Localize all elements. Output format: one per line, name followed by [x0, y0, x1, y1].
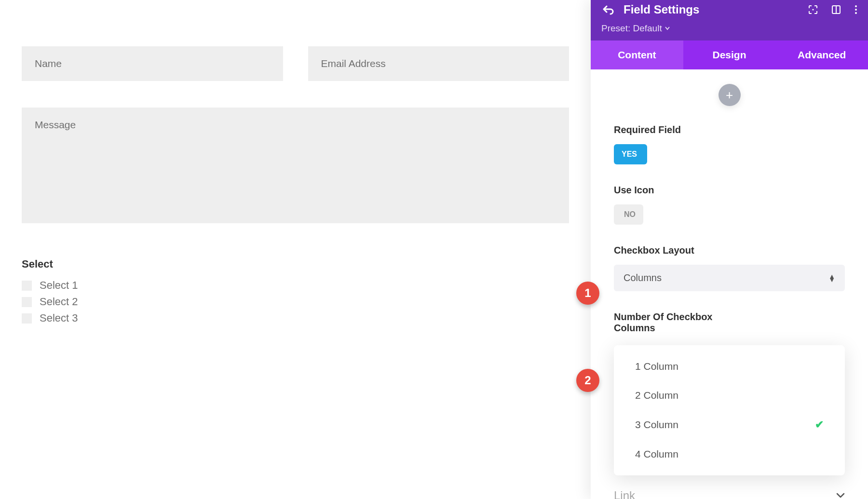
checkbox-option[interactable]: Select 3 — [22, 312, 569, 324]
message-placeholder: Message — [35, 119, 76, 130]
annotation-badge-1: 1 — [576, 282, 599, 305]
setting-use-icon: Use Icon NO — [614, 185, 845, 225]
back-icon[interactable] — [601, 3, 615, 16]
message-field[interactable]: Message — [22, 108, 569, 223]
checkbox-group-title: Select — [22, 258, 569, 270]
link-label: Link — [614, 489, 635, 499]
setting-checkbox-layout: Checkbox Layout Columns ▲▼ — [614, 245, 845, 291]
setting-num-columns: Number Of Checkbox Columns 1 Column 2 Co… — [614, 311, 845, 475]
name-field[interactable]: Name — [22, 46, 283, 81]
panel-titlebar: Field Settings — [591, 0, 868, 19]
dropdown-option[interactable]: 4 Column — [614, 440, 845, 469]
chevron-down-icon — [836, 493, 845, 499]
tab-content[interactable]: Content — [591, 40, 683, 69]
panel-body: + Required Field YES Use Icon NO Checkbo… — [591, 69, 868, 499]
plus-icon: + — [726, 88, 733, 103]
preset-label: Preset: Default — [601, 23, 662, 34]
sort-icon: ▲▼ — [828, 275, 835, 282]
checkbox-icon[interactable] — [22, 313, 32, 324]
dropdown-option-label: 3 Column — [635, 419, 678, 431]
panel-header: Field Settings Preset: Default Content — [591, 0, 868, 69]
tab-design[interactable]: Design — [683, 40, 776, 69]
panel-title: Field Settings — [624, 3, 808, 16]
checkbox-layout-label: Checkbox Layout — [614, 245, 845, 256]
settings-panel: 1 2 Field Settings Pres — [591, 0, 868, 499]
num-columns-dropdown: 1 Column 2 Column 3 Column ✔ 4 Column — [614, 345, 845, 475]
use-icon-toggle[interactable]: NO — [614, 204, 643, 225]
more-icon[interactable] — [854, 5, 857, 14]
form-row-top: Name Email Address — [22, 46, 569, 81]
panel-title-actions — [808, 5, 857, 14]
panel-tabs: Content Design Advanced — [591, 40, 868, 69]
form-canvas: Name Email Address Message Select Select… — [0, 0, 591, 499]
dropdown-option[interactable]: 3 Column ✔ — [614, 410, 845, 440]
link-section-toggle[interactable]: Link — [614, 489, 845, 499]
columns-icon[interactable] — [831, 5, 841, 14]
dropdown-option-label: 4 Column — [635, 448, 678, 460]
email-placeholder: Email Address — [321, 58, 386, 69]
svg-point-5 — [855, 12, 857, 14]
chevron-down-icon — [665, 27, 670, 30]
checkbox-option-label: Select 1 — [40, 279, 78, 292]
required-field-label: Required Field — [614, 124, 845, 135]
add-button[interactable]: + — [719, 84, 741, 106]
checkbox-option[interactable]: Select 1 — [22, 279, 569, 292]
svg-point-0 — [812, 9, 814, 10]
check-icon: ✔ — [815, 418, 824, 431]
setting-required-field: Required Field YES — [614, 124, 845, 164]
checkbox-option[interactable]: Select 2 — [22, 296, 569, 308]
dropdown-option[interactable]: 1 Column — [614, 352, 845, 381]
checkbox-icon[interactable] — [22, 297, 32, 307]
tab-advanced[interactable]: Advanced — [775, 40, 868, 69]
use-icon-label: Use Icon — [614, 185, 845, 196]
checkbox-icon[interactable] — [22, 281, 32, 291]
checkbox-group: Select Select 1 Select 2 Select 3 — [22, 258, 569, 324]
dropdown-option-label: 2 Column — [635, 390, 678, 401]
svg-point-4 — [855, 9, 857, 11]
checkbox-layout-select[interactable]: Columns ▲▼ — [614, 265, 845, 291]
required-field-toggle[interactable]: YES — [614, 144, 647, 164]
checkbox-option-label: Select 2 — [40, 296, 78, 308]
preset-selector[interactable]: Preset: Default — [591, 19, 868, 40]
name-placeholder: Name — [35, 58, 62, 69]
num-columns-label: Number Of Checkbox Columns — [614, 311, 739, 334]
expand-icon[interactable] — [808, 5, 818, 14]
toggle-off-text: NO — [617, 204, 643, 225]
annotation-badge-2: 2 — [576, 369, 599, 392]
email-field[interactable]: Email Address — [308, 46, 570, 81]
dropdown-option-label: 1 Column — [635, 361, 678, 372]
dropdown-option[interactable]: 2 Column — [614, 381, 845, 410]
checkbox-option-label: Select 3 — [40, 312, 78, 324]
svg-point-3 — [855, 5, 857, 7]
toggle-on-text: YES — [614, 144, 644, 164]
checkbox-layout-value: Columns — [624, 272, 662, 283]
